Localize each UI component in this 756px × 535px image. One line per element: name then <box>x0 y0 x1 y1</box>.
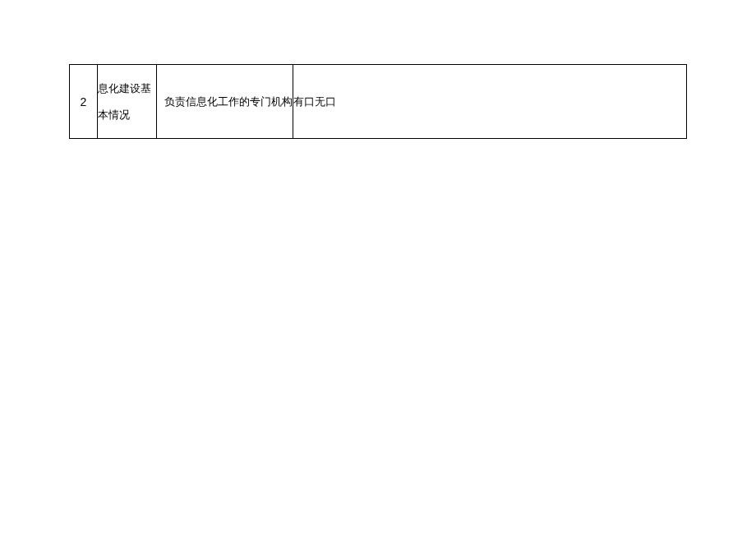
category-cell: 息化建设基本情况 <box>98 65 157 139</box>
item-text: 负责信息化工作的专门机构 <box>164 95 293 108</box>
table-row: 2 息化建设基本情况 负责信息化工作的专门机构 有口无口 <box>70 65 687 139</box>
form-table: 2 息化建设基本情况 负责信息化工作的专门机构 有口无口 <box>69 64 687 139</box>
row-number-cell: 2 <box>70 65 98 139</box>
item-cell: 负责信息化工作的专门机构 <box>157 65 293 139</box>
document-page: 2 息化建设基本情况 负责信息化工作的专门机构 有口无口 <box>0 0 756 139</box>
value-cell: 有口无口 <box>293 65 687 139</box>
row-number: 2 <box>81 95 87 108</box>
value-text: 有口无口 <box>293 95 336 108</box>
category-text: 息化建设基本情况 <box>98 82 151 120</box>
